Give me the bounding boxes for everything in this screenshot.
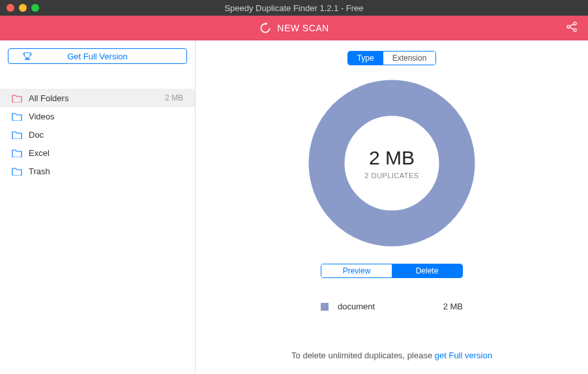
- view-segment: Type Extension: [347, 51, 437, 65]
- folder-icon: [12, 149, 22, 157]
- get-full-version-label: Get Full Version: [67, 52, 128, 61]
- svg-line-3: [570, 24, 574, 26]
- donut-center: 2 MB 2 DUPLICATES: [364, 147, 419, 179]
- legend-label: document: [338, 302, 375, 311]
- legend-size: 2 MB: [443, 302, 463, 311]
- segment-extension[interactable]: Extension: [383, 52, 436, 65]
- folder-icon: [12, 167, 22, 176]
- folder-size: 2 MB: [165, 93, 183, 102]
- folder-label: All Folders: [29, 93, 68, 103]
- share-icon: [565, 20, 578, 33]
- content-area: Get Full Version All Folders 2 MB Videos…: [0, 40, 588, 374]
- svg-point-2: [574, 29, 576, 31]
- main-panel: Type Extension 2 MB 2 DUPLICATES Preview…: [196, 40, 588, 374]
- sidebar-item-excel[interactable]: Excel: [0, 144, 195, 162]
- sidebar-item-doc[interactable]: Doc: [0, 125, 195, 144]
- window-controls: [7, 4, 39, 12]
- maximize-window-button[interactable]: [31, 4, 39, 12]
- trophy-icon: [23, 52, 32, 61]
- svg-point-1: [574, 22, 576, 25]
- folder-list: All Folders 2 MB Videos Doc Excel Trash: [0, 89, 195, 180]
- footer-prefix: To delete unlimited duplicates, please: [291, 351, 435, 360]
- svg-line-4: [570, 27, 574, 29]
- donut-chart: 2 MB 2 DUPLICATES: [307, 78, 477, 248]
- donut-duplicates-label: 2 DUPLICATES: [364, 172, 419, 179]
- share-button[interactable]: [565, 20, 578, 36]
- preview-button[interactable]: Preview: [321, 264, 392, 277]
- new-scan-label: NEW SCAN: [277, 23, 329, 33]
- new-scan-button[interactable]: NEW SCAN: [259, 22, 329, 35]
- sidebar-item-all-folders[interactable]: All Folders 2 MB: [0, 89, 195, 107]
- folder-icon: [12, 112, 22, 121]
- get-full-version-link[interactable]: get Full version: [435, 351, 492, 360]
- legend-row[interactable]: document 2 MB: [321, 302, 463, 311]
- sidebar-item-trash[interactable]: Trash: [0, 162, 195, 180]
- get-full-version-wrap: Get Full Version: [0, 40, 195, 70]
- sidebar: Get Full Version All Folders 2 MB Videos…: [0, 40, 196, 374]
- donut-size-label: 2 MB: [364, 147, 419, 169]
- folder-label: Videos: [29, 112, 55, 121]
- sidebar-item-videos[interactable]: Videos: [0, 107, 195, 125]
- minimize-window-button[interactable]: [19, 4, 27, 12]
- window-titlebar: Speedy Duplicate Finder 1.2.1 - Free: [0, 0, 588, 16]
- close-window-button[interactable]: [7, 4, 14, 12]
- folder-label: Excel: [29, 148, 50, 158]
- get-full-version-button[interactable]: Get Full Version: [8, 48, 187, 64]
- folder-label: Doc: [29, 130, 44, 140]
- folder-icon: [12, 131, 22, 139]
- footer-message: To delete unlimited duplicates, please g…: [291, 351, 492, 360]
- svg-point-0: [567, 25, 570, 28]
- legend-swatch-icon: [321, 303, 329, 311]
- action-segment: Preview Delete: [321, 264, 463, 278]
- main-toolbar: NEW SCAN: [0, 16, 588, 40]
- window-title: Speedy Duplicate Finder 1.2.1 - Free: [224, 3, 363, 13]
- folder-icon: [12, 94, 22, 102]
- segment-type[interactable]: Type: [348, 52, 383, 65]
- folder-label: Trash: [29, 166, 50, 176]
- delete-button[interactable]: Delete: [392, 264, 462, 277]
- refresh-icon: [259, 22, 272, 35]
